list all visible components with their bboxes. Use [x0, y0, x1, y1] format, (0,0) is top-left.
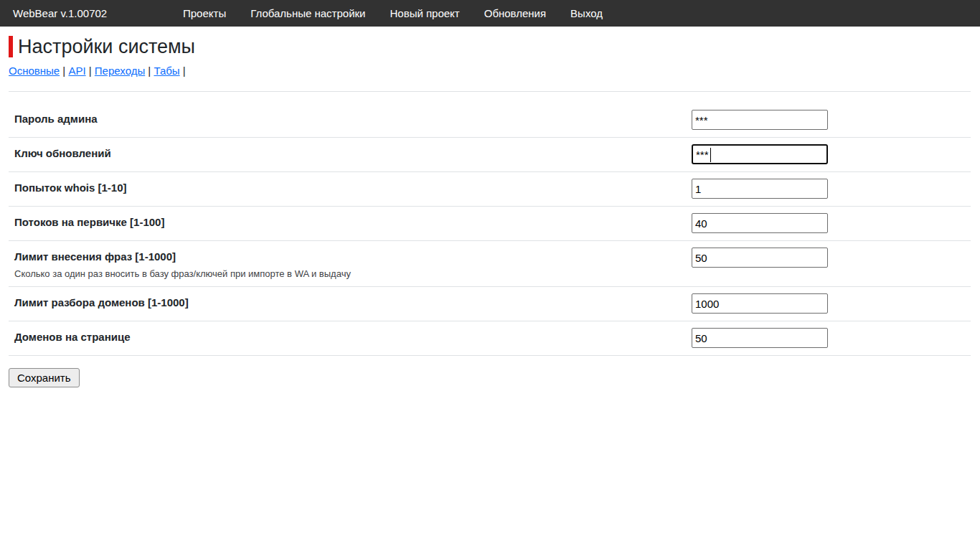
brand-logo[interactable]: WebBear v.1.00702: [13, 7, 183, 19]
label-cell: Лимит разбора доменов [1-1000]: [14, 293, 692, 310]
nav-item[interactable]: Проекты: [183, 7, 226, 19]
form-row: Пароль админа: [9, 92, 971, 138]
row-label: Ключ обновлений: [14, 146, 692, 161]
settings-form: Пароль админа Ключ обновлений Попыток wh…: [9, 91, 971, 356]
save-button[interactable]: Сохранить: [9, 368, 80, 387]
page-header: Настройки системы: [9, 34, 971, 59]
row-label: Пароль админа: [14, 112, 692, 126]
input-wrap: [692, 248, 828, 268]
input-wrap: [692, 144, 828, 164]
tab-separator: |: [86, 65, 95, 77]
input-cell: [692, 144, 971, 164]
row-input[interactable]: [692, 144, 828, 164]
label-cell: Ключ обновлений: [14, 144, 692, 161]
tab-link[interactable]: Табы: [154, 65, 179, 77]
tab-link[interactable]: Основные: [9, 65, 60, 77]
tab-separator: |: [145, 65, 154, 77]
form-row: Потоков на первичке [1-100]: [9, 207, 971, 241]
label-cell: Доменов на странице: [14, 328, 692, 344]
row-label: Лимит внесения фраз [1-1000]: [14, 250, 692, 264]
tab-item-wrap: Табы |: [154, 65, 188, 77]
form-row: Лимит внесения фраз [1-1000] Сколько за …: [9, 241, 971, 287]
row-input[interactable]: [692, 110, 828, 130]
row-input[interactable]: [692, 213, 828, 233]
tab-separator: |: [180, 65, 189, 77]
input-cell: [692, 248, 971, 268]
input-cell: [692, 293, 971, 314]
form-row: Ключ обновлений: [9, 138, 971, 172]
input-wrap: [692, 179, 828, 199]
tab-item-wrap: Основные |: [9, 65, 68, 77]
input-wrap: [692, 328, 828, 348]
row-label: Лимит разбора доменов [1-1000]: [14, 296, 692, 310]
settings-tabs: Основные | API | Переходы | Табы |: [9, 64, 971, 78]
row-input[interactable]: [692, 293, 828, 314]
label-cell: Попыток whois [1-10]: [14, 179, 692, 195]
row-hint: Сколько за один раз вносить в базу фраз/…: [14, 268, 692, 279]
label-cell: Потоков на первичке [1-100]: [14, 213, 692, 230]
nav-item[interactable]: Глобальные настройки: [250, 7, 365, 19]
row-label: Доменов на странице: [14, 330, 692, 344]
row-input[interactable]: [692, 179, 828, 199]
label-cell: Пароль админа: [14, 110, 692, 126]
label-cell: Лимит внесения фраз [1-1000] Сколько за …: [14, 248, 692, 279]
input-cell: [692, 179, 971, 199]
input-wrap: [692, 110, 828, 130]
tab-item-wrap: API |: [68, 65, 94, 77]
form-row: Доменов на странице: [9, 321, 971, 356]
tab-item-wrap: Переходы |: [95, 65, 154, 77]
text-caret: [710, 148, 711, 162]
nav-item[interactable]: Выход: [570, 7, 603, 19]
input-wrap: [692, 293, 828, 314]
nav-menu: ПроектыГлобальные настройкиНовый проектО…: [183, 7, 603, 19]
tab-separator: |: [60, 65, 68, 77]
form-row: Попыток whois [1-10]: [9, 172, 971, 207]
input-wrap: [692, 213, 828, 233]
row-input[interactable]: [692, 328, 828, 348]
nav-item[interactable]: Обновления: [484, 7, 546, 19]
row-label: Потоков на первичке [1-100]: [14, 215, 692, 230]
main-content: Настройки системы Основные | API | Перех…: [9, 34, 971, 356]
input-cell: [692, 213, 971, 233]
row-input[interactable]: [692, 248, 828, 268]
tab-link[interactable]: Переходы: [95, 65, 145, 77]
form-row: Лимит разбора доменов [1-1000]: [9, 287, 971, 321]
nav-item[interactable]: Новый проект: [390, 7, 459, 19]
row-label: Попыток whois [1-10]: [14, 181, 692, 195]
input-cell: [692, 110, 971, 130]
tab-link[interactable]: API: [68, 65, 85, 77]
page-title: Настройки системы: [18, 35, 195, 58]
input-cell: [692, 328, 971, 348]
top-navbar: WebBear v.1.00702 ПроектыГлобальные наст…: [0, 0, 980, 27]
accent-bar: [9, 36, 13, 57]
